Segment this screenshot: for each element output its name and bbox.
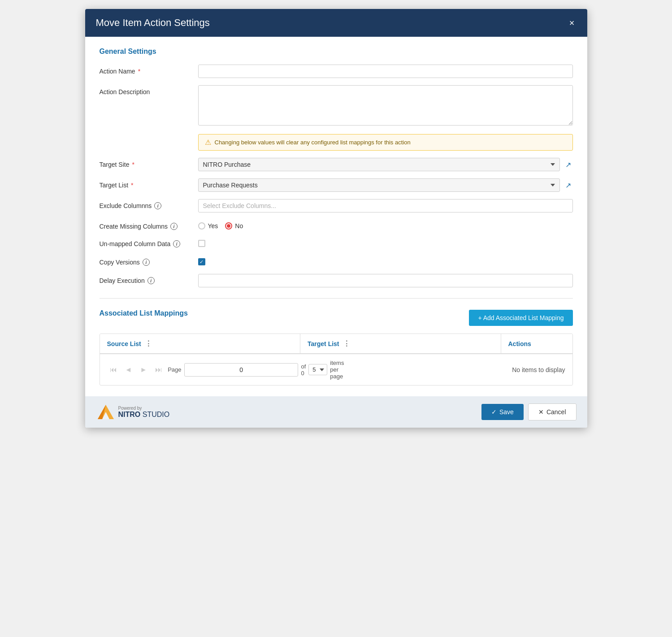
create-missing-columns-label: Create Missing Columns i xyxy=(100,220,198,230)
save-check-icon: ✓ xyxy=(491,408,497,416)
action-name-input[interactable] xyxy=(198,65,573,78)
save-button[interactable]: ✓ Save xyxy=(481,404,524,420)
copy-versions-label: Copy Versions i xyxy=(100,256,198,266)
page-input[interactable]: 0 xyxy=(184,363,299,377)
save-label: Save xyxy=(499,408,514,416)
table-header: Source List ⋮ Target List ⋮ Actions xyxy=(100,334,572,354)
action-description-label: Action Description xyxy=(100,85,198,95)
exclude-columns-select[interactable]: Select Exclude Columns... xyxy=(198,199,573,212)
action-name-row: Action Name* xyxy=(100,65,573,78)
exclude-columns-wrap: Select Exclude Columns... xyxy=(198,199,573,212)
source-list-col-menu-icon[interactable]: ⋮ xyxy=(145,339,152,348)
target-site-row: Target Site* NITRO Purchase ↗ xyxy=(100,158,573,171)
next-page-btn[interactable]: ► xyxy=(137,365,150,375)
studio-text: STUDIO xyxy=(140,411,169,418)
last-page-btn[interactable]: ⏭ xyxy=(152,365,165,375)
copy-versions-row: Copy Versions i xyxy=(100,256,573,267)
copy-versions-info-icon[interactable]: i xyxy=(143,259,150,266)
assoc-header: Associated List Mappings + Add Associate… xyxy=(100,309,573,326)
yes-radio[interactable] xyxy=(198,222,205,230)
action-description-wrap xyxy=(198,85,573,127)
unmapped-checkbox[interactable] xyxy=(198,240,205,247)
target-list-select[interactable]: Purchase Requests xyxy=(198,178,560,192)
action-description-row: Action Description xyxy=(100,85,573,127)
no-label: No xyxy=(235,222,243,230)
delay-execution-input[interactable] xyxy=(198,274,573,287)
powered-by-text: Powered by xyxy=(118,406,170,411)
cancel-button[interactable]: ✕ Cancel xyxy=(528,403,577,420)
close-button[interactable]: × xyxy=(568,18,577,27)
assoc-title: Associated List Mappings xyxy=(100,309,188,317)
target-list-header: Target List ⋮ xyxy=(300,334,501,353)
per-page-select[interactable]: 5 xyxy=(308,364,327,375)
target-site-required: * xyxy=(132,161,134,168)
modal-body: General Settings Action Name* Action Des… xyxy=(85,37,587,396)
target-list-external-link[interactable]: ↗ xyxy=(564,179,573,191)
delay-execution-row: Delay Execution i xyxy=(100,274,573,287)
target-list-row: Target List* Purchase Requests ↗ xyxy=(100,178,573,192)
no-items-text: No items to display xyxy=(512,366,565,373)
yes-radio-label[interactable]: Yes xyxy=(198,222,218,230)
action-name-label: Action Name* xyxy=(100,65,198,75)
cancel-label: Cancel xyxy=(546,408,566,416)
unmapped-column-row: Un-mapped Column Data i xyxy=(100,237,573,248)
target-list-select-wrap: Purchase Requests ↗ xyxy=(198,178,573,192)
unmapped-column-wrap xyxy=(198,237,573,248)
footer-logo: Powered by NITRO STUDIO xyxy=(96,404,170,420)
add-assoc-mapping-button[interactable]: + Add Associated List Mapping xyxy=(469,310,572,326)
exclude-columns-row: Exclude Columnns i Select Exclude Column… xyxy=(100,199,573,212)
target-site-wrap: NITRO Purchase ↗ xyxy=(198,158,573,171)
modal-container: Move Item Action Settings × General Sett… xyxy=(85,9,587,428)
no-radio-label[interactable]: No xyxy=(225,222,243,230)
nitro-logo-icon xyxy=(96,404,116,420)
target-site-label: Target Site* xyxy=(100,158,198,168)
modal-header: Move Item Action Settings × xyxy=(85,9,587,37)
logo-text-block: Powered by NITRO STUDIO xyxy=(118,406,170,419)
create-missing-columns-row: Create Missing Columns i Yes No xyxy=(100,220,573,230)
action-description-input[interactable] xyxy=(198,85,573,126)
delay-execution-info-icon[interactable]: i xyxy=(147,277,155,284)
target-site-select[interactable]: NITRO Purchase xyxy=(198,158,560,171)
delay-execution-wrap xyxy=(198,274,573,287)
target-site-external-link[interactable]: ↗ xyxy=(564,159,573,171)
actions-header: Actions xyxy=(501,334,572,353)
source-list-header: Source List ⋮ xyxy=(100,334,300,353)
unmapped-column-label: Un-mapped Column Data i xyxy=(100,237,198,247)
yes-label: Yes xyxy=(208,222,218,230)
target-list-required: * xyxy=(131,182,133,189)
section-divider xyxy=(100,298,573,299)
pagination: ⏮ ◄ ► ⏭ Page 0 of 0 5 items per page xyxy=(107,360,348,380)
target-site-select-wrap: NITRO Purchase ↗ xyxy=(198,158,573,171)
items-per-page-label: items per page xyxy=(330,360,347,380)
exclude-columns-info-icon[interactable]: i xyxy=(154,202,161,209)
of-label: of 0 xyxy=(301,363,306,377)
modal-footer: Powered by NITRO STUDIO ✓ Save ✕ Cancel xyxy=(85,396,587,428)
create-missing-radio-group: Yes No xyxy=(198,220,573,230)
action-name-wrap xyxy=(198,65,573,78)
delay-execution-label: Delay Execution i xyxy=(100,274,198,284)
first-page-btn[interactable]: ⏮ xyxy=(107,365,120,375)
target-list-label: Target List* xyxy=(100,178,198,189)
assoc-table: Source List ⋮ Target List ⋮ Actions ⏮ ◄ … xyxy=(100,334,573,386)
modal-title: Move Item Action Settings xyxy=(96,17,210,29)
general-settings-title: General Settings xyxy=(100,48,573,56)
create-missing-columns-wrap: Yes No xyxy=(198,220,573,230)
required-star: * xyxy=(138,68,140,75)
prev-page-btn[interactable]: ◄ xyxy=(122,365,135,375)
copy-versions-wrap xyxy=(198,256,573,267)
copy-versions-checkbox[interactable] xyxy=(198,258,205,265)
warning-icon: ⚠ xyxy=(205,138,211,147)
table-footer: ⏮ ◄ ► ⏭ Page 0 of 0 5 items per page No … xyxy=(100,354,572,385)
page-label: Page xyxy=(168,366,181,373)
cancel-x-icon: ✕ xyxy=(538,408,544,416)
warning-text: Changing below values will clear any con… xyxy=(215,139,411,146)
no-radio[interactable] xyxy=(225,222,232,230)
nitro-text: NITRO xyxy=(118,411,141,418)
warning-box: ⚠ Changing below values will clear any c… xyxy=(198,134,573,151)
target-list-col-menu-icon[interactable]: ⋮ xyxy=(343,339,350,348)
exclude-columns-label: Exclude Columnns i xyxy=(100,199,198,209)
target-list-wrap: Purchase Requests ↗ xyxy=(198,178,573,192)
unmapped-info-icon[interactable]: i xyxy=(173,240,180,247)
create-missing-info-icon[interactable]: i xyxy=(170,223,178,230)
